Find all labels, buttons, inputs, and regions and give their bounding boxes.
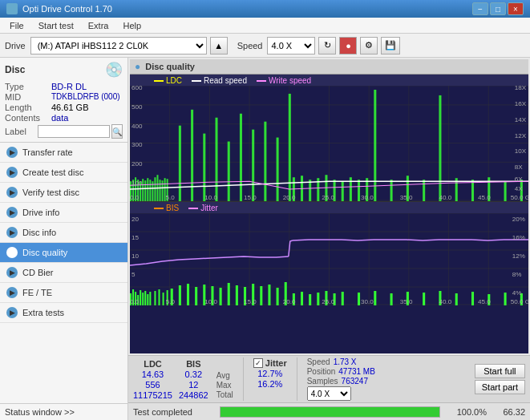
eject-button[interactable]: ▲ (210, 37, 228, 55)
svg-rect-43 (289, 94, 291, 201)
main-layout: Disc 💿 Type BD-R DL MID TDKBLDRFB (000) … (0, 58, 530, 420)
start-part-button[interactable]: Start part (475, 380, 525, 394)
samples-val: 763247 (342, 377, 368, 386)
svg-text:25.0: 25.0 (322, 298, 334, 305)
svg-text:30.0: 30.0 (361, 194, 374, 201)
svg-text:50.0 GB: 50.0 GB (511, 298, 528, 305)
svg-text:400: 400 (131, 123, 143, 130)
ldc-total: 11175215 (133, 390, 172, 400)
svg-rect-140 (358, 293, 360, 305)
svg-text:15.0: 15.0 (244, 194, 257, 201)
speed-val: 1.73 X (334, 357, 357, 366)
svg-rect-147 (471, 292, 474, 305)
svg-rect-141 (374, 291, 376, 305)
max-label: Max (216, 381, 233, 390)
nav-items: ▶ Transfer rate ▶ Create test disc ▶ Ver… (0, 143, 127, 403)
svg-text:15.0: 15.0 (244, 298, 257, 305)
svg-rect-42 (277, 138, 279, 201)
position-label: Position (307, 367, 336, 376)
svg-rect-129 (260, 286, 262, 305)
svg-rect-30 (160, 180, 161, 201)
svg-rect-136 (317, 293, 319, 305)
svg-rect-119 (179, 285, 181, 305)
svg-rect-130 (268, 285, 270, 305)
svg-rect-126 (236, 285, 238, 305)
disc-icon: 💿 (105, 61, 123, 79)
svg-text:15: 15 (131, 234, 140, 241)
svg-rect-46 (309, 180, 311, 201)
sidebar-item-create-test-disc[interactable]: ▶ Create test disc (0, 163, 127, 183)
ldc-header: LDC (133, 359, 172, 369)
bis-total: 244862 (179, 390, 208, 400)
sidebar-item-cd-bier[interactable]: ▶ CD Bier (0, 263, 127, 283)
sidebar-item-transfer-rate[interactable]: ▶ Transfer rate (0, 143, 127, 163)
contents-value: data (51, 113, 68, 123)
svg-rect-54 (374, 90, 376, 201)
length-label: Length (5, 103, 51, 112)
disc-panel: Disc 💿 Type BD-R DL MID TDKBLDRFB (000) … (0, 58, 127, 143)
svg-rect-34 (179, 126, 181, 201)
contents-label: Contents (5, 113, 51, 123)
burn-button[interactable]: ● (339, 37, 357, 55)
svg-text:300: 300 (131, 142, 143, 149)
menu-help[interactable]: Help (116, 20, 148, 31)
menu-extra[interactable]: Extra (82, 20, 115, 31)
svg-text:20: 20 (131, 216, 140, 223)
svg-rect-35 (191, 110, 193, 201)
svg-rect-37 (216, 118, 218, 201)
start-full-button[interactable]: Start full (475, 364, 525, 378)
cd-bier-icon: ▶ (6, 267, 18, 278)
svg-text:0.0: 0.0 (130, 298, 140, 305)
label-browse-button[interactable]: 🔍 (111, 124, 123, 139)
svg-rect-28 (154, 177, 156, 201)
sidebar-item-disc-quality[interactable]: ▶ Disc quality (0, 243, 127, 263)
drive-label: Drive (5, 41, 26, 50)
menu-bar: File Start test Extra Help (0, 18, 530, 34)
speed-select[interactable]: 4.0 X (267, 37, 315, 55)
upper-chart-svg: 600 500 400 300 200 100 18X 16X 14X 12X … (130, 86, 528, 201)
sidebar-item-extra-tests[interactable]: ▶ Extra tests (0, 303, 127, 323)
svg-rect-52 (358, 180, 360, 201)
refresh-button[interactable]: ↻ (318, 37, 336, 55)
bis-header: BIS (179, 359, 208, 369)
sidebar-item-fe-te[interactable]: ▶ FE / TE (0, 283, 127, 303)
jitter-stats: ✓ Jitter 12.7% 16.2% (253, 358, 287, 401)
create-test-label: Create test disc (22, 168, 83, 177)
svg-text:10: 10 (131, 252, 140, 260)
settings-button[interactable]: ⚙ (360, 37, 378, 55)
menu-start-test[interactable]: Start test (32, 20, 80, 31)
type-value: BD-R DL (51, 82, 87, 91)
svg-rect-124 (220, 288, 222, 305)
sidebar-item-verify-test-disc[interactable]: ▶ Verify test disc (0, 183, 127, 203)
svg-text:16%: 16% (512, 234, 525, 241)
stats-bar: LDC 14.63 556 11175215 BIS 0.32 12 24486… (128, 355, 530, 402)
minimize-button[interactable]: − (472, 2, 488, 15)
sidebar-item-disc-info[interactable]: ▶ Disc info (0, 223, 127, 243)
jitter-avg: 12.7% (253, 369, 287, 378)
ldc-stats: LDC 14.63 556 11175215 (133, 359, 172, 400)
speed-select-stats[interactable]: 4.0 X (307, 386, 351, 401)
maximize-button[interactable]: □ (490, 2, 506, 15)
close-button[interactable]: × (508, 2, 524, 15)
svg-text:8%: 8% (512, 271, 522, 278)
status-window-button[interactable]: Status window >> (0, 403, 127, 420)
svg-rect-144 (423, 293, 425, 305)
svg-rect-58 (439, 95, 441, 201)
svg-text:10.0: 10.0 (204, 298, 217, 305)
menu-file[interactable]: File (3, 20, 30, 31)
sidebar-item-drive-info[interactable]: ▶ Drive info (0, 203, 127, 223)
svg-text:4X: 4X (515, 185, 524, 192)
svg-rect-112 (147, 294, 148, 305)
jitter-checkbox[interactable]: ✓ (253, 358, 263, 368)
svg-text:10.0: 10.0 (204, 194, 217, 201)
svg-rect-26 (149, 180, 151, 201)
ldc-avg: 14.63 (133, 370, 172, 379)
total-label: Total (216, 390, 233, 399)
bis-avg: 0.32 (179, 370, 208, 379)
drive-select[interactable]: (M:) ATAPI iHBS112 2 CL0K (30, 37, 207, 55)
label-input[interactable] (38, 125, 110, 138)
save-button[interactable]: 💾 (381, 37, 400, 55)
svg-rect-38 (228, 142, 230, 201)
jitter-max: 16.2% (253, 379, 287, 389)
svg-text:45.0: 45.0 (478, 194, 491, 201)
